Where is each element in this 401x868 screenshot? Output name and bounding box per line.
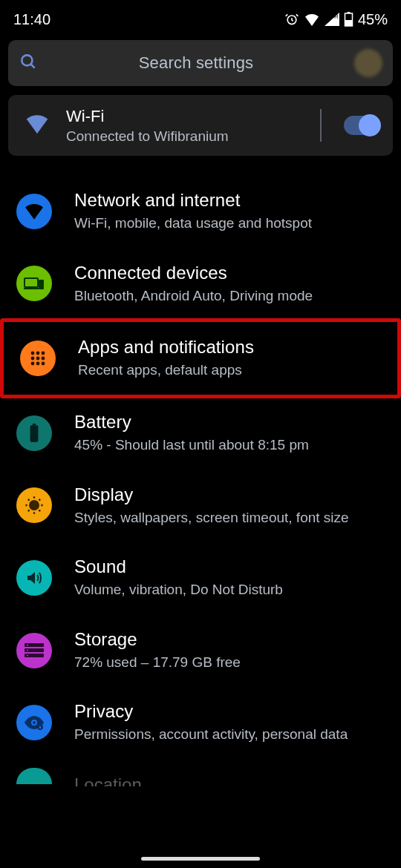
item-subtitle: Wi-Fi, mobile, data usage and hotspot bbox=[74, 214, 386, 233]
svg-point-23 bbox=[27, 644, 28, 645]
item-connected-devices[interactable]: Connected devices Bluetooth, Android Aut… bbox=[0, 248, 401, 320]
svg-point-16 bbox=[42, 362, 45, 366]
svg-point-15 bbox=[36, 362, 40, 366]
item-subtitle: Permissions, account activity, personal … bbox=[74, 725, 386, 744]
item-display[interactable]: Display Styles, wallpapers, screen timeo… bbox=[0, 470, 401, 542]
signal-icon: R bbox=[325, 13, 339, 26]
search-settings[interactable]: Search settings bbox=[8, 40, 393, 86]
item-subtitle: Bluetooth, Android Auto, Driving mode bbox=[74, 286, 386, 306]
wifi-subtitle: Connected to Wifibranium bbox=[66, 128, 301, 145]
svg-point-8 bbox=[31, 352, 35, 355]
item-subtitle: Recent apps, default apps bbox=[78, 361, 382, 380]
search-placeholder: Search settings bbox=[53, 53, 339, 73]
svg-point-25 bbox=[27, 654, 28, 656]
item-storage[interactable]: Storage 72% used – 17.79 GB free bbox=[0, 614, 401, 687]
wifi-icon bbox=[16, 194, 52, 229]
item-privacy[interactable]: Privacy Permissions, account activity, p… bbox=[0, 686, 401, 759]
svg-text:R: R bbox=[334, 13, 339, 20]
svg-point-24 bbox=[27, 649, 28, 651]
svg-point-9 bbox=[36, 352, 40, 355]
gesture-nav-pill[interactable] bbox=[0, 857, 401, 861]
item-title: Sound bbox=[74, 556, 386, 577]
item-apps-and-notifications[interactable]: Apps and notifications Recent apps, defa… bbox=[0, 318, 401, 398]
wifi-quick-card[interactable]: Wi-Fi Connected to Wifibranium bbox=[8, 95, 393, 156]
item-subtitle: Styles, wallpapers, screen timeout, font… bbox=[74, 508, 386, 527]
svg-point-19 bbox=[30, 502, 39, 510]
svg-rect-7 bbox=[39, 280, 44, 289]
wifi-status-icon bbox=[304, 13, 320, 26]
item-title: Battery bbox=[74, 412, 386, 433]
volume-icon bbox=[16, 560, 52, 596]
svg-rect-29 bbox=[39, 726, 41, 729]
item-title: Location bbox=[74, 775, 142, 786]
battery-icon bbox=[344, 12, 353, 27]
status-battery-pct: 45% bbox=[358, 11, 388, 28]
svg-point-14 bbox=[31, 362, 35, 366]
item-title: Privacy bbox=[74, 701, 386, 722]
account-avatar[interactable] bbox=[354, 49, 382, 77]
svg-point-11 bbox=[31, 357, 35, 361]
item-battery[interactable]: Battery 45% - Should last until about 8:… bbox=[0, 397, 401, 470]
item-title: Apps and notifications bbox=[78, 337, 382, 358]
location-icon bbox=[16, 768, 52, 784]
search-icon bbox=[19, 52, 38, 74]
svg-point-27 bbox=[33, 721, 36, 724]
statusbar: 11:40 R 45% bbox=[0, 0, 401, 36]
wifi-title: Wi-Fi bbox=[66, 107, 301, 126]
item-title: Connected devices bbox=[74, 263, 386, 283]
settings-list: Network and internet Wi-Fi, mobile, data… bbox=[0, 175, 401, 784]
item-title: Display bbox=[74, 484, 386, 505]
storage-icon bbox=[16, 633, 52, 668]
svg-point-5 bbox=[22, 55, 32, 65]
brightness-icon bbox=[16, 487, 52, 523]
svg-rect-17 bbox=[33, 424, 36, 425]
status-time: 11:40 bbox=[13, 11, 50, 28]
item-title: Network and internet bbox=[74, 190, 386, 211]
svg-point-10 bbox=[42, 352, 45, 355]
wifi-icon bbox=[25, 114, 50, 137]
item-sound[interactable]: Sound Volume, vibration, Do Not Disturb bbox=[0, 542, 401, 614]
apps-grid-icon bbox=[20, 341, 56, 376]
divider bbox=[320, 109, 322, 142]
svg-rect-4 bbox=[345, 20, 352, 26]
devices-icon bbox=[16, 266, 52, 301]
item-subtitle: Volume, vibration, Do Not Disturb bbox=[74, 580, 386, 599]
item-location[interactable]: Location bbox=[0, 759, 401, 784]
svg-rect-6 bbox=[25, 278, 38, 287]
alarm-icon bbox=[284, 12, 299, 27]
wifi-toggle[interactable] bbox=[344, 116, 379, 135]
item-subtitle: 72% used – 17.79 GB free bbox=[74, 653, 386, 672]
item-title: Storage bbox=[74, 629, 386, 650]
svg-point-12 bbox=[36, 357, 40, 361]
privacy-eye-icon bbox=[16, 705, 52, 740]
svg-rect-18 bbox=[30, 425, 39, 442]
battery-icon bbox=[16, 415, 52, 451]
item-network-and-internet[interactable]: Network and internet Wi-Fi, mobile, data… bbox=[0, 175, 401, 248]
item-subtitle: 45% - Should last until about 8:15 pm bbox=[74, 435, 386, 455]
svg-point-13 bbox=[42, 357, 45, 361]
